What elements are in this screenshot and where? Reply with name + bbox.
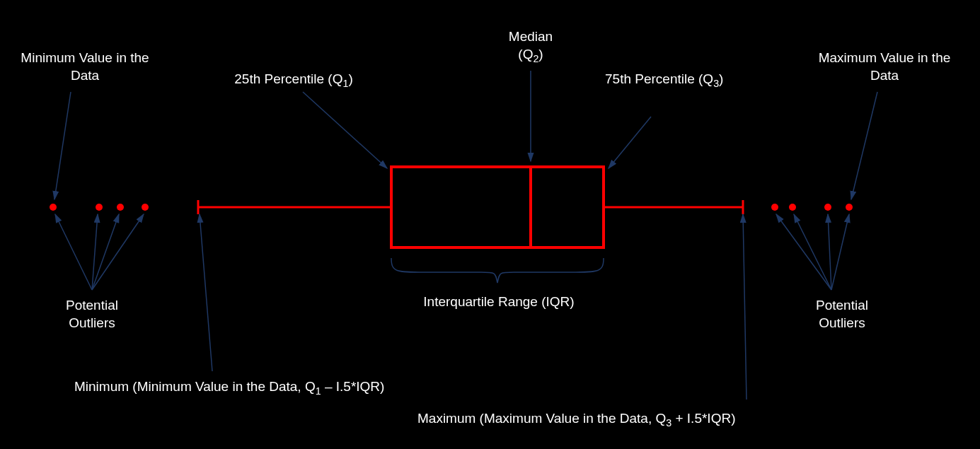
arrow-outlier-left	[92, 214, 144, 290]
arrow-outlier-right	[776, 214, 831, 290]
outlier-dot	[50, 204, 57, 211]
outlier-dot	[824, 204, 831, 211]
label-median: Median (Q2)	[488, 28, 573, 65]
arrow-max-value	[851, 92, 877, 199]
label-min-whisker: Minimum (Minimum Value in the Data, Q1 –…	[74, 378, 428, 397]
label-potential-outliers-left: Potential Outliers	[50, 297, 134, 332]
arrow-outlier-right	[831, 214, 849, 290]
arrow-outlier-right	[828, 214, 831, 290]
outlier-dot	[846, 204, 853, 211]
arrow-outlier-right	[794, 214, 831, 290]
iqr-box	[391, 167, 604, 247]
label-min-value: Minimum Value in the Data	[14, 49, 156, 84]
arrow-max-whisker	[743, 214, 746, 400]
label-max-whisker: Maximum (Maximum Value in the Data, Q3 +…	[417, 410, 785, 429]
arrow-outlier-left	[55, 214, 92, 290]
outlier-dot	[117, 204, 124, 211]
iqr-brace	[391, 258, 604, 283]
outlier-dot	[771, 204, 778, 211]
label-iqr: Interquartile Range (IQR)	[421, 293, 577, 311]
label-q3: 75th Percentile (Q3)	[605, 71, 746, 90]
arrow-min-whisker	[200, 214, 212, 371]
label-q1: 25th Percentile (Q1)	[212, 71, 375, 90]
label-potential-outliers-right: Potential Outliers	[800, 297, 884, 332]
outlier-dot	[96, 204, 103, 211]
label-max-value: Maximum Value in the Data	[814, 49, 955, 84]
outlier-dot	[789, 204, 796, 211]
arrow-outlier-left	[92, 214, 119, 290]
arrow-min-value	[54, 92, 71, 199]
arrow-outlier-left	[92, 214, 98, 290]
arrow-q1	[303, 92, 387, 168]
outlier-dot	[142, 204, 149, 211]
arrow-q3	[609, 117, 651, 168]
